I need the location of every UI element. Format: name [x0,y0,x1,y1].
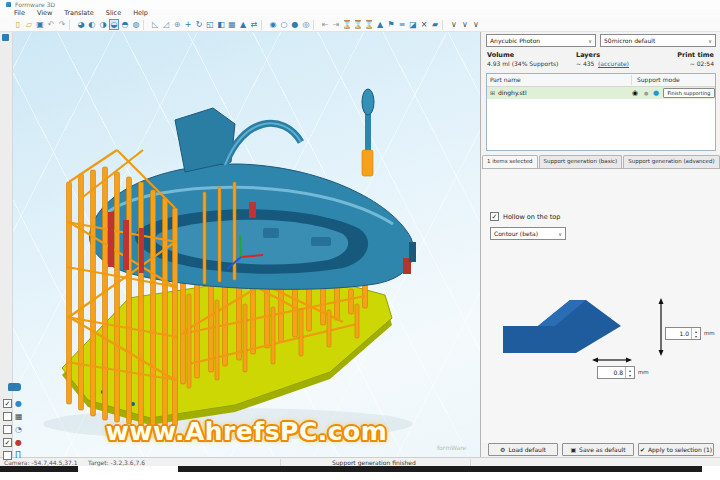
view-right-icon[interactable]: ◓ [120,19,130,30]
dinghy-console [175,89,374,176]
text-tool-icon[interactable]: ▲ [238,19,248,30]
support-status-dot-icon: ● [653,87,659,99]
wireframe-view-icon[interactable]: ○ [279,19,289,30]
measure-icon[interactable]: ⇄ [249,19,259,30]
view-front-icon[interactable]: ◐ [87,19,97,30]
drain-hole-icon[interactable]: ⌛ [364,19,374,30]
drop-to-plate-icon[interactable]: ◺ [150,19,160,30]
menu-view[interactable]: View [37,9,52,18]
show-overhangs-checkbox[interactable]: ✓ [3,438,12,447]
show-supports-checkbox[interactable]: ✓ [3,399,12,408]
clip-start-icon[interactable]: ⇤ [320,19,330,30]
clip-end-icon[interactable]: ⇥ [331,19,341,30]
toolbar-separator [143,20,148,30]
bottom-bar-left [0,466,78,472]
app-icon [6,2,11,7]
table-row-dinghy[interactable]: ⊞ dinghy.stl ◉ ● ● Finish supporting [487,87,715,99]
save-as-default-button[interactable]: ▣Save as default [562,443,634,456]
export-icon[interactable]: ▰ [430,19,440,30]
menu-file[interactable]: File [14,9,25,18]
tab-1-items-selected[interactable]: 1 items selected [482,155,538,168]
view-orbit-icon[interactable]: ◕ [76,19,86,30]
contour-select[interactable]: Contour (beta) ∨ [490,227,566,240]
more-dropdown-3-icon[interactable]: ∨ [471,19,481,30]
solid-view-icon[interactable]: ● [290,19,300,30]
hollow-tool-icon[interactable]: ⌛ [342,19,352,30]
slice-preview-icon[interactable]: ≡ [397,19,407,30]
hollow-height-unit: mm [704,330,715,336]
mask-icon[interactable]: ◪ [408,19,418,30]
statusbar-divider [280,459,281,466]
move-icon[interactable]: + [183,19,193,30]
lay-flat-icon[interactable]: ◿ [161,19,171,30]
part-name: dinghy.stl [498,87,527,99]
save-icon[interactable]: ▣ [35,19,45,30]
parts-table-header: Part name Support mode [487,74,715,87]
view-left-icon[interactable]: ◒ [109,19,119,30]
left-panel-icon[interactable] [2,34,9,41]
show-model-checkbox[interactable] [3,425,12,434]
more-dropdown-1-icon[interactable]: ∨ [449,19,459,30]
printer-select-value: Anycubic Photon [490,37,540,44]
hollow-width-input[interactable]: 0.8 ▴▾ [597,366,635,379]
statusbar-divider [470,459,471,466]
viewport-brand-label: formWare [437,444,466,451]
main-toolbar: ▯▱▣↶↷◕◐◑◒◓◍◺◿⊕+↻◱◧▦▲⇄◉○●◎⇤⇥⌛⌛⌛▲⚑≡◪×▰∨∨∨ [0,18,720,32]
right-panel: Anycubic Photon ∨ 50micron default ∨ Vol… [480,32,720,457]
layers-accurate-link[interactable]: (accurate) [598,60,629,67]
menu-help[interactable]: Help [133,9,148,18]
title-bar: Formware 3D [0,0,720,9]
spinner-arrows-icon[interactable]: ▴▾ [625,367,634,378]
menu-slice[interactable]: Slice [106,9,121,18]
volume-value: 4.93 ml (34% Supports) [487,60,558,67]
column-divider [631,75,632,85]
more-dropdown-2-icon[interactable]: ∨ [460,19,470,30]
mirror-icon[interactable]: ◧ [216,19,226,30]
island-detect-icon[interactable]: ▲ [375,19,385,30]
scale-icon[interactable]: ◱ [205,19,215,30]
tree-expand-icon[interactable]: ⊞ [490,87,495,99]
xray-view-icon[interactable]: ◎ [301,19,311,30]
hollow-on-top-checkbox[interactable]: ✓ [490,212,499,221]
parts-table: Part name Support mode ⊞ dinghy.stl ◉ ● … [486,73,716,151]
lock-icon[interactable]: ● [644,87,648,99]
new-file-icon[interactable]: ▯ [13,19,23,30]
finish-supporting-button[interactable]: Finish supporting [663,88,715,98]
load-default-icon: ⚙ [500,446,505,453]
redo-icon[interactable]: ↷ [57,19,67,30]
rotate-icon[interactable]: ↻ [194,19,204,30]
show-grid-checkbox[interactable] [3,412,12,421]
panel-tabs: 1 items selectedSupport generation (basi… [482,156,720,169]
show-grid-icon: ▦ [15,412,23,421]
menu-bar: FileViewTranslateSliceHelp [0,9,720,18]
shaded-view-icon[interactable]: ◉ [268,19,278,30]
show-model-row: ◔ [3,424,23,434]
section-tool-icon[interactable] [8,383,21,391]
center-model-icon[interactable]: ⊕ [172,19,182,30]
status-message: Support generation finished [332,459,416,466]
tab-support-generation-advanced-[interactable]: Support generation (advanced) [623,155,719,168]
flag-icon[interactable]: ⚑ [386,19,396,30]
view-top-icon[interactable]: ◍ [131,19,141,30]
visibility-eye-icon[interactable]: ◉ [632,87,638,99]
open-file-icon[interactable]: ▱ [24,19,34,30]
array-icon[interactable]: ▦ [227,19,237,30]
window-title: Formware 3D [15,1,55,8]
menu-translate[interactable]: Translate [64,9,94,18]
show-platform-checkbox[interactable] [3,451,12,460]
view-back-icon[interactable]: ◑ [98,19,108,30]
profile-select[interactable]: 50micron default ∨ [600,34,716,47]
hollow-height-input[interactable]: 1.0 ▴▾ [665,327,701,340]
printer-select[interactable]: Anycubic Photon ∨ [486,34,596,47]
tab-support-generation-basic-[interactable]: Support generation (basic) [539,155,623,168]
viewport-3d[interactable] [13,32,480,457]
load-default-button[interactable]: ⚙Load default [488,443,558,456]
spinner-arrows-icon[interactable]: ▴▾ [691,328,700,339]
undo-icon[interactable]: ↶ [46,19,56,30]
infill-tool-icon[interactable]: ⌛ [353,19,363,30]
model-dinghy-with-supports[interactable] [13,32,480,457]
target-coordinates: Target: -3.2,3.6,7.6 [88,459,145,466]
cut-icon[interactable]: × [419,19,429,30]
apply-to-selection-button[interactable]: ✔Apply to selection (1) [638,443,714,456]
hollow-width-value: 0.8 [598,369,625,376]
